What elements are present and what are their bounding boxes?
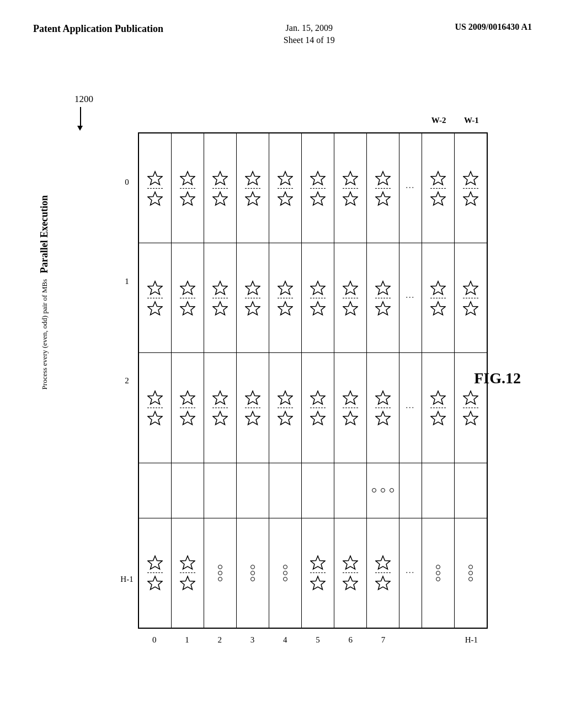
cell-1-ellipsis: ··· [399,243,423,352]
bottom-label-h1: H-1 [455,635,488,645]
svg-marker-30 [311,281,325,295]
arrow-label: 1200 [74,94,93,105]
svg-marker-9 [278,192,292,205]
cell-1-4 [269,243,302,352]
col-header-w2: W-2 [422,116,455,132]
cell-1-7 [367,243,399,352]
cell-e-1 [172,463,204,518]
cell-1-0 [139,243,172,352]
cell-0-0 [139,133,172,243]
cell-e-3 [237,463,269,518]
svg-marker-57 [431,411,445,425]
svg-marker-22 [180,281,195,295]
svg-marker-15 [376,192,390,205]
svg-marker-49 [278,411,292,425]
bottom-label-2: 2 [204,635,236,645]
bottom-label-1: 1 [170,635,203,645]
col-header-1 [170,116,203,132]
svg-marker-10 [311,172,325,185]
svg-marker-47 [246,411,260,425]
cell-0-2 [204,133,237,243]
cell-2-2 [204,353,237,462]
row-label-h1: H-1 [116,529,138,629]
bottom-label-7: 7 [367,635,399,645]
row-label-2: 2 [116,331,138,430]
svg-marker-24 [213,281,227,295]
cell-h1-4 [269,518,302,628]
cell-e-7 [367,463,399,518]
cell-e-ellipsis [399,463,423,518]
grid-row-2: ··· [139,353,487,463]
cell-e-4 [269,463,302,518]
grid-container: W-2 W-1 0 1 2 H-1 [116,116,488,651]
svg-marker-64 [311,556,325,569]
vertical-labels: Parallel Execution Process every (even, … [39,127,50,458]
svg-marker-31 [311,302,325,315]
cell-e-w1 [455,463,487,518]
cell-h1-6 [334,518,367,628]
process-label: Process every (even, odd) pair of MBs [40,279,49,389]
cell-h1-w1 [455,518,487,628]
cell-h1-3 [237,518,269,628]
svg-marker-61 [148,576,162,590]
parallel-execution-label: Parallel Execution [39,195,50,273]
diagram-area: 1200 Parallel Execution Process every (e… [33,83,532,695]
svg-marker-7 [246,192,260,205]
cell-2-0 [139,353,172,462]
cell-0-w1 [455,133,487,243]
svg-marker-62 [180,556,195,569]
svg-marker-46 [246,391,260,404]
svg-marker-27 [246,302,260,315]
svg-marker-1 [148,192,162,205]
svg-marker-32 [343,281,358,295]
cell-1-3 [237,243,269,352]
svg-marker-23 [180,302,195,315]
grid-row-ellipsis [139,463,487,518]
svg-marker-20 [148,281,162,295]
col-headers-row: W-2 W-1 [138,116,488,132]
cell-1-6 [334,243,367,352]
header-left-text: Patent Application Publication [33,22,163,36]
svg-marker-26 [246,281,260,295]
svg-marker-44 [213,391,227,404]
svg-marker-65 [311,576,325,590]
cell-h1-0 [139,518,172,628]
svg-marker-28 [278,281,292,295]
row-label-ellipsis [116,430,138,529]
svg-marker-45 [213,411,227,425]
svg-marker-63 [180,576,195,590]
svg-marker-18 [463,172,478,185]
svg-marker-54 [376,391,390,404]
col-header-4 [269,116,301,132]
svg-marker-25 [213,302,227,315]
cell-1-2 [204,243,237,352]
row-labels: 0 1 2 H-1 [116,132,138,629]
cell-h1-w2 [422,518,455,628]
cell-2-w1 [455,353,487,462]
cell-1-1 [172,243,204,352]
cell-2-3 [237,353,269,462]
col-header-3 [236,116,269,132]
col-header-7 [367,116,399,132]
svg-marker-60 [148,556,162,569]
cell-0-w2 [422,133,455,243]
cell-2-5 [302,353,334,462]
cell-0-5 [302,133,334,243]
cell-e-2 [204,463,237,518]
page-header: Patent Application Publication Jan. 15, … [0,22,565,47]
svg-marker-51 [311,411,325,425]
col-header-2 [204,116,236,132]
cell-0-4 [269,133,302,243]
header-right-text: US 2009/0016430 A1 [455,22,532,32]
svg-marker-68 [376,556,390,569]
cell-2-4 [269,353,302,462]
cell-1-w2 [422,243,455,352]
col-header-w1: W-1 [455,116,488,132]
col-header-6 [334,116,367,132]
svg-marker-21 [148,302,162,315]
main-grid: ··· [138,132,488,629]
row-label-0: 0 [116,132,138,232]
svg-marker-43 [180,411,195,425]
svg-marker-29 [278,302,292,315]
cell-2-w2 [422,353,455,462]
